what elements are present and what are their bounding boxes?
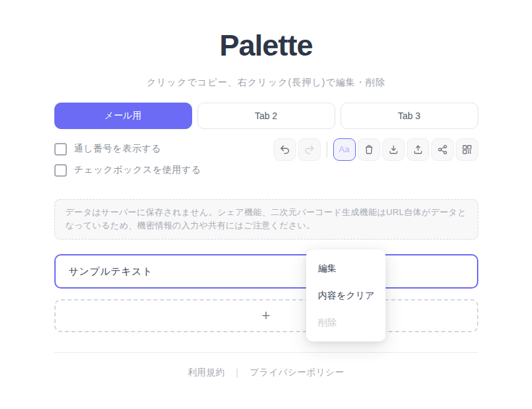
privacy-notice: データはサーバーに保存されません。シェア機能、二次元バーコード生成機能はURL自… [54, 199, 478, 240]
share-button[interactable] [431, 138, 454, 161]
download-icon [388, 144, 399, 156]
share-icon [437, 144, 449, 156]
context-menu-delete[interactable]: 削除 [306, 309, 386, 336]
context-menu-clear[interactable]: 内容をクリア [306, 282, 386, 309]
context-menu: 編集 内容をクリア 削除 [306, 250, 386, 341]
qr-code-icon [461, 144, 473, 156]
redo-icon [303, 144, 315, 156]
export-button[interactable] [407, 138, 429, 161]
footer-separator: ｜ [233, 367, 242, 379]
checkbox-icon[interactable] [54, 164, 67, 177]
checkbox-label: 通し番号を表示する [74, 143, 162, 155]
qr-code-button[interactable] [456, 138, 478, 161]
footer-divider [54, 352, 478, 353]
import-button[interactable] [382, 138, 405, 161]
tab-3[interactable]: Tab 3 [341, 103, 478, 129]
redo-button[interactable] [298, 138, 321, 161]
checkbox-icon[interactable] [54, 143, 67, 156]
tab-mail[interactable]: メール用 [54, 103, 192, 129]
tab-label: メール用 [104, 110, 142, 122]
add-item-button[interactable]: + [54, 299, 478, 332]
toolbar-divider [327, 142, 327, 158]
tab-bar: メール用 Tab 2 Tab 3 [54, 103, 478, 129]
plus-icon: + [262, 307, 270, 324]
checkbox-label: チェックボックスを使用する [74, 164, 201, 176]
trash-icon [363, 144, 375, 156]
delete-all-button[interactable] [358, 138, 380, 161]
upload-icon [412, 144, 424, 156]
font-size-button[interactable]: Aa [333, 138, 356, 161]
page-subtitle: クリックでコピー、右クリック(長押し)で編集・削除 [54, 77, 478, 89]
tab-2[interactable]: Tab 2 [197, 103, 335, 129]
toolbar: Aa [274, 138, 478, 161]
show-serial-number-checkbox[interactable]: 通し番号を表示する [54, 142, 201, 157]
palette-item-text: サンプルテキスト [69, 265, 153, 278]
options-toolbar-row: 通し番号を表示する チェックボックスを使用する [54, 138, 478, 178]
palette-item[interactable]: サンプルテキスト [54, 254, 478, 289]
privacy-policy-link[interactable]: プライバシーポリシー [250, 367, 345, 379]
context-menu-edit[interactable]: 編集 [306, 255, 386, 282]
page-title: Palette [54, 29, 478, 62]
undo-button[interactable] [274, 138, 296, 161]
display-options: 通し番号を表示する チェックボックスを使用する [54, 138, 201, 178]
font-size-icon: Aa [339, 144, 350, 154]
footer: 利用規約 ｜ プライバシーポリシー [54, 367, 478, 379]
palette-app: Palette クリックでコピー、右クリック(長押し)で編集・削除 メール用 T… [0, 0, 532, 409]
tab-label: Tab 3 [398, 111, 420, 121]
terms-link[interactable]: 利用規約 [187, 367, 225, 379]
use-checkboxes-checkbox[interactable]: チェックボックスを使用する [54, 163, 201, 178]
undo-icon [279, 144, 291, 156]
tab-label: Tab 2 [254, 111, 277, 121]
